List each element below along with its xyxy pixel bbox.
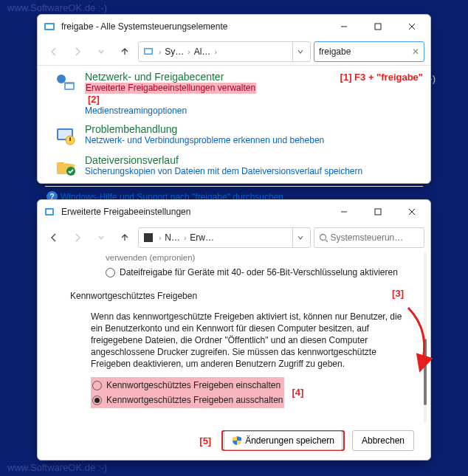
nav-back-button[interactable] bbox=[44, 41, 64, 62]
maximize-button[interactable] bbox=[361, 15, 395, 38]
svg-rect-21 bbox=[144, 233, 153, 242]
result-link-highlighted[interactable]: Erweiterte Freigabeeinstellungen verwalt… bbox=[85, 83, 256, 94]
search-icon bbox=[319, 233, 328, 243]
search-input[interactable] bbox=[319, 46, 409, 57]
radio-40-56-bit-encryption[interactable]: Dateifreigabe für Geräte mit 40- oder 56… bbox=[70, 265, 404, 280]
advanced-sharing-settings-window: Erweiterte Freigabeeinstellungen › N… › … bbox=[37, 199, 431, 461]
close-button[interactable] bbox=[395, 15, 429, 38]
search-result: Netzwerk- und Freigabecenter Erweiterte … bbox=[45, 70, 423, 123]
search-box[interactable]: ✕ bbox=[314, 41, 424, 62]
close-button[interactable] bbox=[395, 200, 429, 224]
uac-shield-icon bbox=[232, 435, 242, 446]
highlighted-radio-group: Kennwortgeschütztes Freigeben einschalte… bbox=[91, 377, 284, 408]
radio-icon bbox=[92, 381, 102, 390]
save-changes-button[interactable]: Änderungen speichern bbox=[224, 431, 343, 450]
button-bar: [5] Änderungen speichern Abbrechen bbox=[38, 423, 430, 460]
chevron-right-icon: › bbox=[156, 234, 163, 242]
svg-rect-18 bbox=[375, 209, 381, 215]
chevron-right-icon: › bbox=[182, 234, 188, 242]
watermark: www.SoftwareOK.de :-) bbox=[7, 462, 107, 473]
navbar: › N… › Erw… bbox=[38, 224, 430, 252]
address-bar[interactable]: › Sy… › Al… › bbox=[138, 41, 311, 62]
radio-password-protect-on[interactable]: Kennwortgeschütztes Freigeben einschalte… bbox=[92, 378, 283, 393]
search-result: Dateiversionsverlauf Sicherungskopien vo… bbox=[45, 154, 423, 184]
clear-search-icon[interactable]: ✕ bbox=[412, 46, 419, 57]
vertical-scrollbar[interactable] bbox=[421, 252, 429, 423]
chevron-right-icon: › bbox=[212, 48, 218, 56]
titlebar: freigabe - Alle Systemsteuerungselemente bbox=[38, 15, 430, 38]
annotation-marker-3: [3] bbox=[392, 288, 404, 300]
search-result: Problembehandlung Netzwerk- und Verbindu… bbox=[45, 123, 423, 154]
annotation-marker-2: [2] bbox=[88, 94, 100, 105]
minimize-button[interactable] bbox=[327, 200, 361, 224]
breadcrumb-segment[interactable]: N… bbox=[165, 232, 180, 243]
address-bar[interactable]: › N… › Erw… bbox=[138, 227, 311, 248]
save-button-label: Änderungen speichern bbox=[245, 435, 334, 446]
nav-recent-button[interactable] bbox=[91, 41, 111, 62]
radio-icon bbox=[106, 268, 115, 277]
svg-rect-1 bbox=[46, 24, 53, 29]
cancel-button[interactable]: Abbrechen bbox=[352, 430, 414, 451]
minimize-button[interactable] bbox=[327, 15, 361, 38]
nav-forward-button[interactable] bbox=[67, 41, 88, 62]
nav-recent-button[interactable] bbox=[91, 227, 111, 248]
radio-icon bbox=[92, 396, 102, 405]
control-panel-icon bbox=[44, 21, 55, 32]
result-link[interactable]: Netzwerk- und Verbindungsprobleme erkenn… bbox=[85, 135, 324, 146]
nav-back-button[interactable] bbox=[44, 227, 64, 248]
file-history-icon bbox=[54, 155, 78, 179]
result-link[interactable]: Medienstreamingoptionen bbox=[85, 106, 256, 117]
chevron-right-icon: › bbox=[156, 48, 163, 56]
result-title[interactable]: Dateiversionsverlauf bbox=[85, 155, 362, 166]
svg-rect-10 bbox=[66, 84, 73, 89]
annotation-marker-1: [1] F3 + "freigabe" bbox=[340, 72, 423, 83]
radio-password-protect-off[interactable]: Kennwortgeschütztes Freigeben ausschalte… bbox=[92, 393, 283, 407]
description-text: Wenn das kennwortgeschützte Freigeben ak… bbox=[91, 311, 404, 370]
svg-rect-16 bbox=[47, 210, 52, 214]
troubleshoot-icon bbox=[54, 124, 78, 148]
sharing-icon bbox=[44, 206, 55, 218]
chevron-right-icon: › bbox=[185, 48, 192, 56]
search-box[interactable] bbox=[314, 227, 424, 248]
nav-forward-button[interactable] bbox=[67, 227, 88, 248]
control-panel-bc-icon bbox=[142, 45, 155, 58]
watermark: www.SoftwareOK.de :-) bbox=[7, 2, 107, 13]
svg-rect-7 bbox=[145, 49, 152, 54]
maximize-button[interactable] bbox=[361, 200, 395, 224]
dropdown-icon[interactable] bbox=[292, 42, 307, 61]
cancel-button-label: Abbrechen bbox=[362, 435, 405, 446]
save-changes-button-highlight: Änderungen speichern bbox=[221, 430, 345, 451]
dropdown-icon[interactable] bbox=[292, 228, 307, 247]
svg-rect-3 bbox=[375, 24, 381, 30]
radio-label: Kennwortgeschütztes Freigeben einschalte… bbox=[106, 379, 281, 391]
window-title: freigabe - Alle Systemsteuerungselemente bbox=[61, 21, 327, 32]
annotation-marker-4: [4] bbox=[292, 387, 303, 399]
breadcrumb-segment[interactable]: Al… bbox=[194, 46, 211, 57]
nav-up-button[interactable] bbox=[114, 227, 135, 248]
navbar: › Sy… › Al… › ✕ bbox=[38, 38, 430, 66]
annotation-marker-5: [5] bbox=[199, 435, 211, 446]
radio-label: Dateifreigabe für Geräte mit 40- oder 56… bbox=[120, 266, 398, 278]
titlebar: Erweiterte Freigabeeinstellungen bbox=[38, 200, 430, 224]
settings-content: verwenden (empronien) Dateifreigabe für … bbox=[38, 252, 430, 423]
svg-point-22 bbox=[320, 234, 326, 240]
breadcrumb-segment[interactable]: Erw… bbox=[190, 232, 214, 243]
breadcrumb-segment[interactable]: Sy… bbox=[165, 46, 184, 57]
breadcrumb-icon bbox=[142, 231, 155, 244]
svg-line-23 bbox=[326, 240, 328, 242]
search-input[interactable] bbox=[331, 232, 419, 243]
radio-label: Kennwortgeschütztes Freigeben ausschalte… bbox=[106, 394, 283, 406]
section-title: Kennwortgeschütztes Freigeben bbox=[70, 280, 392, 308]
svg-point-8 bbox=[57, 75, 66, 83]
truncated-text: verwenden (empronien) bbox=[70, 252, 404, 265]
result-title[interactable]: Problembehandlung bbox=[85, 124, 324, 135]
nav-up-button[interactable] bbox=[114, 41, 135, 62]
window-title: Erweiterte Freigabeeinstellungen bbox=[61, 207, 327, 217]
result-title[interactable]: Netzwerk- und Freigabecenter bbox=[85, 72, 256, 83]
network-center-icon bbox=[54, 72, 78, 95]
search-results: Netzwerk- und Freigabecenter Erweiterte … bbox=[38, 66, 430, 210]
control-panel-search-window: freigabe - Alle Systemsteuerungselemente… bbox=[37, 14, 431, 184]
result-link[interactable]: Sicherungskopien von Dateien mit dem Dat… bbox=[85, 166, 362, 177]
settings-body: Wenn das kennwortgeschützte Freigeben ak… bbox=[70, 311, 404, 408]
